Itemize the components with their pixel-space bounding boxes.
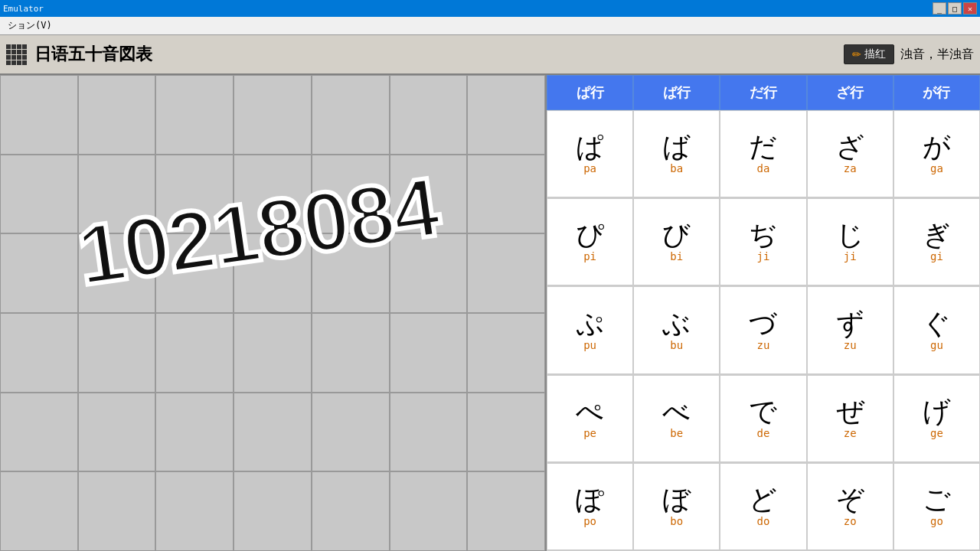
left-grid-cell — [0, 393, 78, 472]
kana-romanization: do — [757, 515, 770, 527]
left-grid-cell — [0, 233, 78, 313]
dakuten-button[interactable]: ✏ 描红 — [844, 44, 894, 64]
left-grid-cell — [155, 393, 234, 472]
kana-romanization: za — [844, 162, 857, 174]
kana-cell-1-3[interactable]: じji — [807, 198, 893, 285]
left-grid-cell — [312, 393, 390, 472]
kana-character: ぼ — [662, 486, 691, 514]
left-grid-cell — [0, 471, 78, 551]
left-grid-cell — [234, 233, 312, 313]
kana-cell-0-3[interactable]: ざza — [807, 110, 893, 197]
header-description: 浊音，半浊音 — [900, 47, 974, 63]
left-grid-cell — [155, 155, 234, 234]
left-grid-cell — [467, 233, 545, 313]
kana-cell-0-0[interactable]: ぱpa — [547, 110, 633, 197]
kana-cell-4-2[interactable]: どdo — [720, 463, 806, 550]
kana-cell-3-4[interactable]: げge — [893, 375, 980, 462]
left-grid — [0, 75, 547, 551]
kana-character: ざ — [836, 133, 864, 161]
kana-character: ぺ — [576, 398, 604, 425]
kana-cell-3-1[interactable]: べbe — [633, 375, 720, 462]
kana-cell-0-4[interactable]: がga — [893, 110, 980, 197]
kana-character: ぷ — [576, 310, 604, 337]
kana-cell-0-1[interactable]: ばba — [633, 110, 720, 197]
kana-character: ご — [923, 486, 951, 514]
kana-cell-2-1[interactable]: ぶbu — [633, 286, 720, 373]
kana-character: づ — [749, 310, 777, 337]
left-grid-cell — [0, 155, 78, 234]
kana-cell-1-4[interactable]: ぎgi — [893, 198, 980, 285]
kana-character: ぐ — [923, 310, 951, 337]
left-grid-cell — [234, 155, 312, 234]
kana-cell-1-2[interactable]: ぢji — [720, 198, 806, 285]
col-header-3[interactable]: ざ行 — [807, 75, 893, 110]
kana-cell-4-0[interactable]: ぽpo — [547, 463, 633, 550]
kana-romanization: go — [930, 515, 943, 527]
left-grid-cell — [234, 393, 312, 472]
left-grid-cell — [312, 155, 390, 234]
left-grid-cell — [155, 75, 234, 155]
kana-cell-3-3[interactable]: ぜze — [807, 375, 893, 462]
menu-item-view[interactable]: ション(V) — [3, 18, 57, 34]
main-content: ぱ行ば行だ行ざ行が行 ぱpaばbaだdaざzaがgaぴpiびbiぢjiじjiぎg… — [0, 75, 980, 551]
kana-cell-3-2[interactable]: でde — [720, 375, 806, 462]
kana-character: じ — [836, 221, 864, 249]
kana-cell-4-4[interactable]: ごgo — [893, 463, 980, 550]
left-grid-cell — [390, 471, 468, 551]
app-header: 日语五十音図表 ✏ 描红 浊音，半浊音 — [0, 35, 980, 75]
kana-romanization: de — [757, 427, 770, 439]
kana-romanization: gu — [930, 339, 943, 351]
left-grid-cell — [312, 471, 390, 551]
kana-cell-4-3[interactable]: ぞzo — [807, 463, 893, 550]
left-grid-cell — [390, 313, 468, 393]
left-grid-cell — [0, 75, 78, 155]
left-grid-cell — [467, 471, 545, 551]
kana-cell-2-4[interactable]: ぐgu — [893, 286, 980, 373]
maximize-button[interactable]: □ — [948, 2, 962, 15]
kana-cell-3-0[interactable]: ぺpe — [547, 375, 633, 462]
left-grid-cell — [390, 233, 468, 313]
kana-character: び — [662, 221, 691, 249]
dakuten-label: 描红 — [864, 47, 886, 61]
kana-character: ば — [662, 133, 691, 161]
kana-romanization: bi — [670, 250, 683, 262]
kana-table: ぱ行ば行だ行ざ行が行 ぱpaばbaだdaざzaがgaぴpiびbiぢjiじjiぎg… — [547, 75, 980, 551]
kana-character: ぴ — [576, 221, 604, 249]
left-grid-cell — [467, 155, 545, 234]
left-grid-cell — [390, 75, 468, 155]
left-grid-cell — [155, 313, 234, 393]
kana-romanization: be — [670, 427, 683, 439]
kana-cell-0-2[interactable]: だda — [720, 110, 806, 197]
col-header-0[interactable]: ぱ行 — [547, 75, 633, 110]
left-grid-cell — [234, 471, 312, 551]
left-grid-cell — [467, 393, 545, 472]
kana-cell-2-3[interactable]: ずzu — [807, 286, 893, 373]
left-grid-cell — [78, 393, 156, 472]
kana-romanization: zu — [844, 339, 857, 351]
minimize-button[interactable]: _ — [933, 2, 946, 15]
left-grid-cell — [78, 75, 156, 155]
left-grid-cell — [312, 233, 390, 313]
kana-cell-2-2[interactable]: づzu — [720, 286, 806, 373]
col-header-1[interactable]: ば行 — [633, 75, 720, 110]
kana-character: べ — [662, 398, 691, 425]
kana-romanization: zo — [844, 515, 857, 527]
left-grid-cell — [234, 75, 312, 155]
kana-cell-4-1[interactable]: ぼbo — [633, 463, 720, 550]
column-headers: ぱ行ば行だ行ざ行が行 — [547, 75, 980, 110]
close-button[interactable]: ✕ — [963, 2, 977, 15]
col-header-2[interactable]: だ行 — [720, 75, 806, 110]
kana-romanization: gi — [930, 250, 943, 262]
kana-cell-2-0[interactable]: ぷpu — [547, 286, 633, 373]
kana-romanization: pa — [583, 162, 596, 174]
col-header-4[interactable]: が行 — [893, 75, 980, 110]
kana-romanization: da — [757, 162, 770, 174]
header-right: ✏ 描红 浊音，半浊音 — [844, 44, 974, 64]
kana-row-2: ぷpuぶbuづzuずzuぐgu — [547, 286, 980, 374]
kana-row-1: ぴpiびbiぢjiじjiぎgi — [547, 198, 980, 286]
kana-rows: ぱpaばbaだdaざzaがgaぴpiびbiぢjiじjiぎgiぷpuぶbuづzuず… — [547, 110, 980, 551]
kana-character: が — [923, 133, 951, 161]
kana-cell-1-0[interactable]: ぴpi — [547, 198, 633, 285]
kana-cell-1-1[interactable]: びbi — [633, 198, 720, 285]
kana-character: げ — [923, 398, 951, 425]
